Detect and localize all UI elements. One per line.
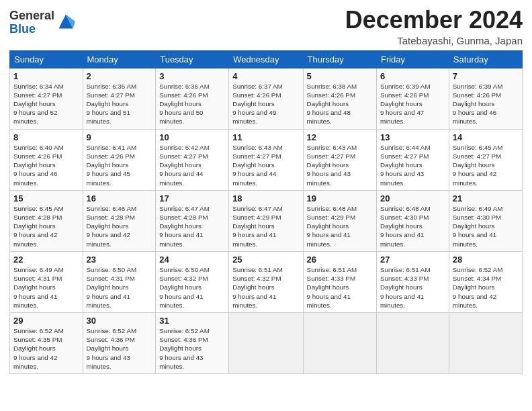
table-row: 19Sunrise: 6:48 AMSunset: 4:29 PMDayligh… [303, 190, 376, 251]
table-row: 29Sunrise: 6:52 AMSunset: 4:35 PMDayligh… [10, 312, 83, 373]
day-number: 15 [13, 193, 79, 203]
day-info: Sunrise: 6:34 AMSunset: 4:27 PMDaylight … [13, 82, 79, 126]
table-row: 16Sunrise: 6:46 AMSunset: 4:28 PMDayligh… [83, 190, 156, 251]
col-wednesday: Wednesday [229, 50, 303, 68]
day-number: 3 [159, 71, 225, 81]
table-row: 21Sunrise: 6:49 AMSunset: 4:30 PMDayligh… [449, 190, 522, 251]
day-info: Sunrise: 6:48 AMSunset: 4:30 PMDaylight … [380, 204, 445, 248]
day-info: Sunrise: 6:42 AMSunset: 4:27 PMDaylight … [159, 143, 225, 187]
day-number: 17 [159, 193, 225, 203]
day-info: Sunrise: 6:40 AMSunset: 4:26 PMDaylight … [13, 143, 79, 187]
logo-line2: Blue [9, 23, 54, 36]
day-number: 18 [232, 193, 299, 203]
table-row: 3Sunrise: 6:36 AMSunset: 4:26 PMDaylight… [156, 68, 229, 129]
day-number: 25 [232, 255, 299, 265]
day-info: Sunrise: 6:45 AMSunset: 4:27 PMDaylight … [453, 143, 519, 187]
day-number: 21 [453, 193, 519, 203]
day-info: Sunrise: 6:39 AMSunset: 4:26 PMDaylight … [380, 82, 445, 126]
day-number: 7 [453, 71, 519, 81]
day-info: Sunrise: 6:47 AMSunset: 4:28 PMDaylight … [159, 204, 225, 248]
table-row: 7Sunrise: 6:39 AMSunset: 4:26 PMDaylight… [449, 68, 522, 129]
day-info: Sunrise: 6:49 AMSunset: 4:31 PMDaylight … [13, 265, 79, 310]
day-number: 9 [87, 132, 152, 142]
day-info: Sunrise: 6:51 AMSunset: 4:33 PMDaylight … [307, 265, 373, 310]
table-row: 26Sunrise: 6:51 AMSunset: 4:33 PMDayligh… [303, 251, 376, 312]
day-number: 1 [13, 71, 79, 81]
table-row [376, 312, 449, 373]
col-saturday: Saturday [449, 50, 522, 68]
day-number: 29 [13, 316, 79, 326]
day-number: 24 [159, 255, 225, 265]
day-number: 2 [87, 71, 152, 81]
month-title: December 2024 [345, 7, 523, 34]
table-row: 28Sunrise: 6:52 AMSunset: 4:34 PMDayligh… [449, 251, 522, 312]
day-info: Sunrise: 6:46 AMSunset: 4:28 PMDaylight … [87, 204, 152, 248]
day-info: Sunrise: 6:52 AMSunset: 4:35 PMDaylight … [13, 326, 79, 371]
header: General Blue December 2024 Tatebayashi, … [9, 7, 523, 46]
table-row: 22Sunrise: 6:49 AMSunset: 4:31 PMDayligh… [10, 251, 83, 312]
day-info: Sunrise: 6:52 AMSunset: 4:34 PMDaylight … [453, 265, 519, 310]
table-row: 18Sunrise: 6:47 AMSunset: 4:29 PMDayligh… [229, 190, 303, 251]
table-row: 2Sunrise: 6:35 AMSunset: 4:27 PMDaylight… [83, 68, 156, 129]
day-number: 14 [453, 132, 519, 142]
table-row: 17Sunrise: 6:47 AMSunset: 4:28 PMDayligh… [156, 190, 229, 251]
day-number: 6 [380, 71, 445, 81]
day-info: Sunrise: 6:39 AMSunset: 4:26 PMDaylight … [453, 82, 519, 126]
day-number: 8 [13, 132, 79, 142]
table-row: 8Sunrise: 6:40 AMSunset: 4:26 PMDaylight… [10, 129, 83, 190]
day-info: Sunrise: 6:37 AMSunset: 4:26 PMDaylight … [232, 82, 299, 126]
logo-text: General Blue [9, 9, 54, 36]
calendar-header-row: Sunday Monday Tuesday Wednesday Thursday… [10, 50, 523, 68]
day-info: Sunrise: 6:43 AMSunset: 4:27 PMDaylight … [232, 143, 299, 187]
day-number: 5 [307, 71, 373, 81]
table-row: 12Sunrise: 6:43 AMSunset: 4:27 PMDayligh… [303, 129, 376, 190]
location: Tatebayashi, Gunma, Japan [345, 35, 523, 46]
day-info: Sunrise: 6:49 AMSunset: 4:30 PMDaylight … [453, 204, 519, 248]
day-info: Sunrise: 6:38 AMSunset: 4:26 PMDaylight … [307, 82, 373, 126]
day-info: Sunrise: 6:51 AMSunset: 4:33 PMDaylight … [380, 265, 445, 310]
title-area: December 2024 Tatebayashi, Gunma, Japan [345, 7, 523, 46]
day-number: 12 [307, 132, 373, 142]
col-tuesday: Tuesday [156, 50, 229, 68]
col-sunday: Sunday [10, 50, 83, 68]
page-container: General Blue December 2024 Tatebayashi, … [0, 0, 532, 381]
table-row: 5Sunrise: 6:38 AMSunset: 4:26 PMDaylight… [303, 68, 376, 129]
table-row: 14Sunrise: 6:45 AMSunset: 4:27 PMDayligh… [449, 129, 522, 190]
day-info: Sunrise: 6:36 AMSunset: 4:26 PMDaylight … [159, 82, 225, 126]
day-info: Sunrise: 6:51 AMSunset: 4:32 PMDaylight … [232, 265, 299, 310]
table-row: 20Sunrise: 6:48 AMSunset: 4:30 PMDayligh… [376, 190, 449, 251]
day-number: 26 [307, 255, 373, 265]
day-info: Sunrise: 6:52 AMSunset: 4:36 PMDaylight … [159, 326, 225, 371]
table-row [449, 312, 522, 373]
table-row: 27Sunrise: 6:51 AMSunset: 4:33 PMDayligh… [376, 251, 449, 312]
table-row [303, 312, 376, 373]
day-number: 27 [380, 255, 445, 265]
day-number: 10 [159, 132, 225, 142]
table-row: 6Sunrise: 6:39 AMSunset: 4:26 PMDaylight… [376, 68, 449, 129]
table-row: 24Sunrise: 6:50 AMSunset: 4:32 PMDayligh… [156, 251, 229, 312]
day-number: 28 [453, 255, 519, 265]
table-row [229, 312, 303, 373]
day-info: Sunrise: 6:48 AMSunset: 4:29 PMDaylight … [307, 204, 373, 248]
logo-line1: General [9, 9, 54, 23]
logo: General Blue [9, 9, 75, 36]
day-info: Sunrise: 6:52 AMSunset: 4:36 PMDaylight … [87, 326, 152, 371]
table-row: 30Sunrise: 6:52 AMSunset: 4:36 PMDayligh… [83, 312, 156, 373]
table-row: 25Sunrise: 6:51 AMSunset: 4:32 PMDayligh… [229, 251, 303, 312]
table-row: 10Sunrise: 6:42 AMSunset: 4:27 PMDayligh… [156, 129, 229, 190]
day-info: Sunrise: 6:41 AMSunset: 4:26 PMDaylight … [87, 143, 152, 187]
table-row: 15Sunrise: 6:45 AMSunset: 4:28 PMDayligh… [10, 190, 83, 251]
day-info: Sunrise: 6:50 AMSunset: 4:32 PMDaylight … [159, 265, 225, 310]
logo-icon [56, 12, 75, 31]
table-row: 31Sunrise: 6:52 AMSunset: 4:36 PMDayligh… [156, 312, 229, 373]
table-row: 11Sunrise: 6:43 AMSunset: 4:27 PMDayligh… [229, 129, 303, 190]
day-number: 22 [13, 255, 79, 265]
table-row: 13Sunrise: 6:44 AMSunset: 4:27 PMDayligh… [376, 129, 449, 190]
table-row: 4Sunrise: 6:37 AMSunset: 4:26 PMDaylight… [229, 68, 303, 129]
day-info: Sunrise: 6:35 AMSunset: 4:27 PMDaylight … [87, 82, 152, 126]
day-info: Sunrise: 6:43 AMSunset: 4:27 PMDaylight … [307, 143, 373, 187]
day-number: 20 [380, 193, 445, 203]
col-friday: Friday [376, 50, 449, 68]
day-info: Sunrise: 6:50 AMSunset: 4:31 PMDaylight … [87, 265, 152, 310]
day-info: Sunrise: 6:44 AMSunset: 4:27 PMDaylight … [380, 143, 445, 187]
